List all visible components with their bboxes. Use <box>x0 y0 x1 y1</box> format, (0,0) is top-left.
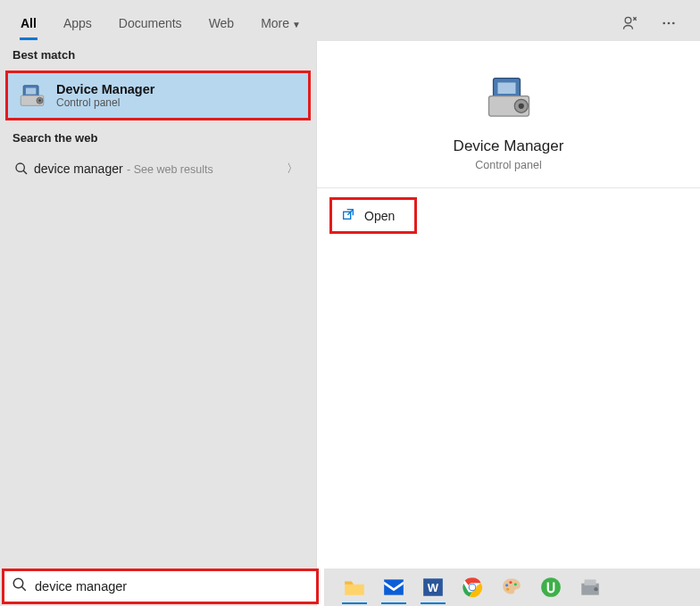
open-icon <box>341 207 355 224</box>
search-icon <box>12 577 28 596</box>
svg-point-28 <box>506 588 509 591</box>
search-icon <box>14 162 34 176</box>
best-match-label: Best match <box>0 41 316 69</box>
search-web-label: Search the web <box>0 124 316 152</box>
svg-line-18 <box>21 586 26 591</box>
svg-line-10 <box>23 170 27 174</box>
preview-subtitle: Control panel <box>475 159 541 171</box>
open-label: Open <box>364 209 395 223</box>
svg-point-9 <box>16 163 24 171</box>
svg-point-26 <box>509 581 512 584</box>
taskbar: W <box>324 569 700 606</box>
taskbar-file-explorer-icon[interactable] <box>340 573 369 602</box>
best-match-item[interactable]: Device Manager Control panel <box>5 71 311 120</box>
svg-point-3 <box>672 22 675 25</box>
svg-point-15 <box>518 104 523 109</box>
tab-label: More <box>261 16 289 30</box>
preview-pane: Device Manager Control panel Open <box>317 41 700 606</box>
results-pane: Best match Device Manager Control panel <box>0 41 317 606</box>
taskbar-word-icon[interactable]: W <box>419 573 447 602</box>
svg-point-32 <box>594 587 597 591</box>
chevron-right-icon[interactable]: 〉 <box>287 161 304 177</box>
svg-point-0 <box>625 17 631 23</box>
taskbar-mail-icon[interactable] <box>379 573 408 602</box>
tab-label: Documents <box>119 16 182 30</box>
svg-point-27 <box>514 583 517 585</box>
device-manager-icon <box>17 80 47 111</box>
preview-title: Device Manager <box>454 137 564 155</box>
tab-web[interactable]: Web <box>196 7 248 39</box>
search-box[interactable] <box>2 569 319 604</box>
svg-point-24 <box>470 585 476 591</box>
device-manager-icon <box>482 71 536 125</box>
svg-rect-19 <box>384 579 404 594</box>
web-result-hint: See web results <box>134 163 213 176</box>
taskbar-paint-icon[interactable] <box>497 573 526 602</box>
tab-label: Apps <box>63 16 92 30</box>
svg-point-17 <box>13 578 23 588</box>
svg-text:W: W <box>428 581 439 594</box>
tab-apps[interactable]: Apps <box>50 7 105 39</box>
taskbar-chrome-icon[interactable] <box>458 573 487 602</box>
svg-rect-5 <box>26 88 36 95</box>
chevron-down-icon: ▼ <box>292 20 301 29</box>
tab-documents[interactable]: Documents <box>105 7 196 39</box>
taskbar-utorrent-icon[interactable] <box>537 573 565 602</box>
svg-rect-31 <box>585 579 596 585</box>
svg-point-25 <box>505 584 508 586</box>
more-icon[interactable] <box>661 15 677 31</box>
best-match-title: Device Manager <box>56 82 154 96</box>
best-match-subtitle: Control panel <box>56 96 154 109</box>
tab-all[interactable]: All <box>7 7 50 39</box>
svg-point-2 <box>668 22 671 25</box>
web-result-item[interactable]: device manager - See web results 〉 <box>0 152 316 186</box>
feedback-icon[interactable] <box>621 14 639 32</box>
filter-tabs: All Apps Documents Web More▼ <box>0 0 700 41</box>
svg-point-1 <box>662 22 665 25</box>
web-result-query: device manager <box>34 162 123 176</box>
tab-label: Web <box>209 16 235 30</box>
open-button[interactable]: Open <box>329 197 417 234</box>
tab-label: All <box>21 16 37 30</box>
svg-point-29 <box>541 577 561 597</box>
svg-point-8 <box>38 99 41 102</box>
search-input[interactable] <box>35 579 309 594</box>
taskbar-app-icon[interactable] <box>576 573 604 602</box>
tab-more[interactable]: More▼ <box>247 7 314 39</box>
svg-rect-12 <box>497 83 515 95</box>
